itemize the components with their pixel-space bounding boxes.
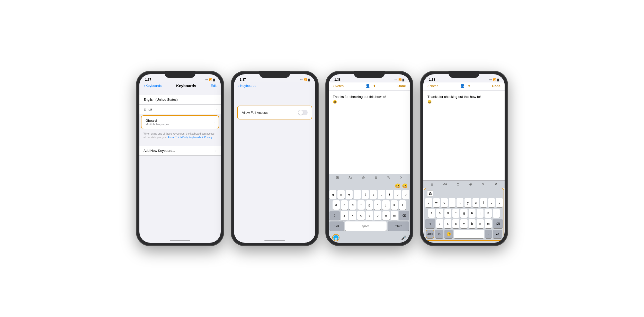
toolbar-table-icon[interactable]: ⊞ [336, 175, 339, 180]
gkey-f[interactable]: f [452, 209, 459, 218]
gkey-m[interactable]: m [485, 219, 492, 228]
gkey-shift[interactable]: ⇧ [425, 219, 435, 228]
gkey-s[interactable]: s [436, 209, 443, 218]
key-d[interactable]: d [349, 200, 356, 210]
key-r[interactable]: r [354, 190, 361, 199]
gkey-x[interactable]: x [444, 219, 451, 228]
key-h[interactable]: h [374, 200, 381, 210]
gkey-p[interactable]: p [496, 198, 503, 207]
mic-button-3[interactable]: 🎤 [401, 235, 406, 240]
gkey-d[interactable]: d [444, 209, 451, 218]
gkey-g[interactable]: g [460, 209, 467, 218]
toolbar-pen-icon[interactable]: ✎ [387, 175, 390, 180]
gkey-c[interactable]: c [452, 219, 460, 228]
gkey-r[interactable]: r [449, 198, 456, 207]
back-button-2[interactable]: ‹ Keyboards [238, 83, 256, 88]
back-button-3[interactable]: ‹ Notes [333, 84, 344, 88]
key-l[interactable]: l [399, 200, 406, 210]
done-button-3[interactable]: Done [398, 84, 406, 88]
toolbar-close-icon[interactable]: ✕ [400, 175, 403, 180]
key-v[interactable]: v [366, 211, 373, 220]
key-o[interactable]: o [394, 190, 401, 199]
gkey-t[interactable]: t [457, 198, 463, 207]
toolbar-plus-icon-4[interactable]: ⊕ [469, 182, 472, 186]
gkey-e[interactable]: e [441, 198, 448, 207]
gkey-l[interactable]: l [493, 209, 500, 218]
key-space[interactable]: space [345, 221, 387, 231]
gkey-o[interactable]: o [488, 198, 495, 207]
key-e[interactable]: e [346, 190, 353, 199]
key-s[interactable]: s [341, 200, 348, 210]
key-x[interactable]: x [349, 211, 356, 220]
gkey-i[interactable]: i [480, 198, 487, 207]
gkey-abc[interactable]: ABC [426, 230, 434, 238]
key-p[interactable]: p [402, 190, 409, 199]
key-shift[interactable]: ⇧ [329, 211, 340, 220]
key-n[interactable]: n [382, 211, 390, 220]
key-t[interactable]: t [362, 190, 369, 199]
list-item-gboard[interactable]: Gboard Multiple languages › [141, 115, 219, 129]
key-m[interactable]: m [391, 211, 398, 220]
done-button-4[interactable]: Done [492, 84, 501, 88]
privacy-link[interactable]: About Third-Party Keyboards & Privacy... [168, 136, 214, 139]
emoji-1[interactable]: 😀 [395, 183, 400, 189]
gkey-gear[interactable]: ⚙ [435, 230, 443, 238]
notes-share-icon[interactable]: ⬆ [373, 84, 376, 88]
gkey-period[interactable]: . [485, 230, 492, 238]
key-b[interactable]: b [374, 211, 381, 220]
gkey-q[interactable]: q [425, 198, 432, 207]
key-k[interactable]: k [391, 200, 398, 210]
notes-content-4[interactable]: Thanks for checking out this how to!😀 [423, 91, 505, 180]
key-c[interactable]: c [357, 211, 364, 220]
toolbar-aa-icon[interactable]: Aa [348, 176, 352, 179]
key-j[interactable]: j [382, 200, 389, 210]
key-z[interactable]: z [341, 211, 348, 220]
key-q[interactable]: q [329, 190, 336, 199]
notes-person-icon-4[interactable]: 👤 [460, 83, 465, 88]
gkey-z[interactable]: z [436, 219, 443, 228]
toolbar-close-icon-4[interactable]: ✕ [494, 182, 497, 186]
toolbar-table-icon-4[interactable]: ⊞ [431, 182, 434, 186]
list-item-emoji[interactable]: Emoji › [139, 105, 221, 114]
back-button-1[interactable]: ‹ Keyboards [144, 83, 162, 88]
gkey-w[interactable]: w [433, 198, 440, 207]
key-return[interactable]: return [388, 221, 409, 231]
toolbar-check-icon-4[interactable]: ⊙ [457, 182, 460, 186]
key-f[interactable]: f [357, 200, 365, 210]
gkey-emoji[interactable]: 😊 [444, 230, 453, 238]
toolbar-plus-icon[interactable]: ⊕ [374, 175, 378, 180]
gkey-space[interactable] [454, 230, 484, 238]
key-123[interactable]: 123 [329, 221, 344, 231]
gkey-a[interactable]: a [428, 209, 435, 218]
toolbar-pen-icon-4[interactable]: ✎ [482, 182, 485, 186]
toolbar-aa-icon-4[interactable]: Aa [443, 182, 447, 186]
gkey-delete[interactable]: ⌫ [493, 219, 503, 228]
key-delete[interactable]: ⌫ [399, 211, 409, 220]
emoji-2[interactable]: 😀 [402, 183, 408, 189]
toolbar-check-icon[interactable]: ⊙ [362, 175, 365, 180]
gkey-n[interactable]: n [477, 219, 484, 228]
gkey-h[interactable]: h [469, 209, 476, 218]
list-item-english[interactable]: English (United States) › [139, 95, 221, 105]
notes-content-3[interactable]: Thanks for checking out this how to!😀 [329, 91, 410, 174]
add-keyboard-item[interactable]: Add New Keyboard... › [139, 146, 221, 156]
gkey-j[interactable]: j [477, 209, 484, 218]
edit-button[interactable]: Edit [211, 84, 217, 88]
key-i[interactable]: i [386, 190, 393, 199]
gkey-u[interactable]: u [472, 198, 479, 207]
full-access-toggle[interactable] [298, 110, 308, 115]
notes-share-icon-4[interactable]: ⬆ [468, 84, 471, 88]
notes-person-icon[interactable]: 👤 [365, 83, 370, 88]
gkey-b[interactable]: b [469, 219, 476, 228]
gkey-return[interactable]: ↵ [493, 230, 502, 238]
gkey-k[interactable]: k [485, 209, 491, 218]
gkey-v[interactable]: v [460, 219, 468, 228]
gkey-y[interactable]: y [464, 198, 471, 207]
back-button-4[interactable]: ‹ Notes [427, 84, 438, 88]
globe-button-3[interactable]: 🌐 [332, 234, 339, 241]
key-u[interactable]: u [378, 190, 385, 199]
key-y[interactable]: y [370, 190, 377, 199]
key-w[interactable]: w [337, 190, 344, 199]
key-a[interactable]: a [333, 200, 340, 210]
key-g[interactable]: g [366, 200, 373, 210]
